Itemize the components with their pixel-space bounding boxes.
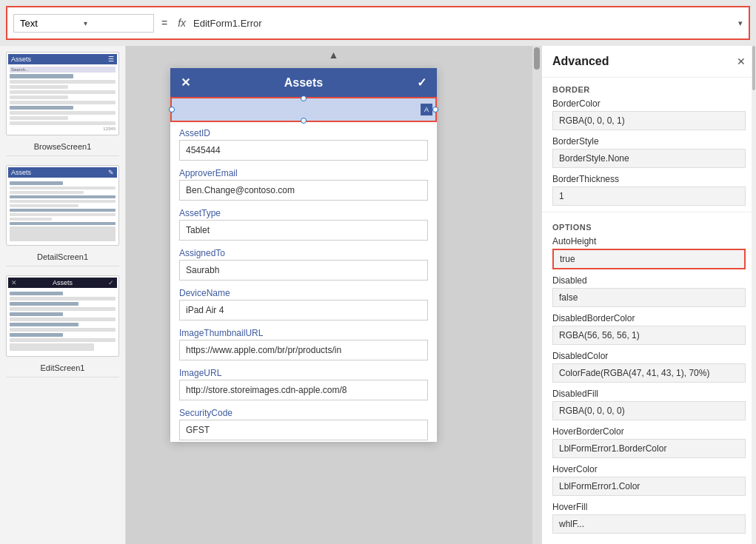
prop-label-borderstyle: BorderStyle xyxy=(552,136,746,147)
field-input-imagethumbnailurl[interactable] xyxy=(179,340,428,360)
field-imagethumbnailurl: ImageThumbnailURL xyxy=(179,322,428,360)
field-approveremail: ApproverEmail xyxy=(179,162,428,201)
prop-value-disabledcolor[interactable]: ColorFade(RGBA(47, 41, 43, 1), 70%) xyxy=(552,363,746,383)
detail-screen-thumbnail[interactable]: Assets ✎ xyxy=(6,165,119,246)
options-section-title: Options xyxy=(552,215,746,236)
prop-value-hoverfill[interactable]: whlF... xyxy=(552,514,746,534)
field-input-assettype[interactable] xyxy=(179,220,428,241)
prop-label-disabledfill: DisabledFill xyxy=(552,389,746,399)
main-area: ··· Assets ☰ Search... xyxy=(0,46,756,544)
left-sidebar: ··· Assets ☰ Search... xyxy=(0,46,126,544)
edit-form-selection-bar[interactable]: A xyxy=(170,97,437,122)
field-input-assetid[interactable] xyxy=(179,140,428,161)
prop-label-hoverbordercolor: HoverBorderColor xyxy=(552,426,746,437)
equals-sign: = xyxy=(158,17,170,29)
canvas-scroll-thumb[interactable] xyxy=(534,47,540,70)
prop-border-color: BorderColor RGBA(0, 0, 0, 1) xyxy=(552,98,746,130)
resize-handle-left[interactable] xyxy=(169,107,175,113)
field-label-imageurl: ImageURL xyxy=(179,362,428,380)
browse-screen-preview: ··· Assets ☰ Search... xyxy=(0,46,125,159)
border-section-title: Border xyxy=(552,78,746,98)
prop-value-bordercolor[interactable]: RGBA(0, 0, 0, 1) xyxy=(552,111,746,130)
border-section: Border BorderColor RGBA(0, 0, 0, 1) Bord… xyxy=(542,78,756,206)
edit-form-close-btn[interactable]: ✕ xyxy=(181,75,190,90)
prop-label-hoverfill: HoverFill xyxy=(552,502,746,512)
edit-thumb-close: ✕ xyxy=(11,279,17,286)
formula-input[interactable] xyxy=(193,18,734,29)
prop-disabledfill: DisabledFill RGBA(0, 0, 0, 0) xyxy=(552,389,746,420)
prop-label-disabled: Disabled xyxy=(552,275,746,286)
field-securitycode: SecurityCode xyxy=(179,402,428,440)
prop-value-borderstyle[interactable]: BorderStyle.None xyxy=(552,149,746,168)
prop-value-disabled[interactable]: false xyxy=(552,288,746,307)
detail-thumb-body xyxy=(8,178,117,244)
resize-handle-right[interactable] xyxy=(432,107,438,113)
edit-form: ✕ Assets ✓ A AssetID ApproverEmail xyxy=(170,68,437,442)
field-label-approveremail: ApproverEmail xyxy=(179,162,428,180)
anchor-badge: A xyxy=(421,104,432,115)
prop-disabledcolor: DisabledColor ColorFade(RGBA(47, 41, 43,… xyxy=(552,351,746,383)
detail-thumb-edit-icon: ✎ xyxy=(108,169,114,176)
edit-screen-preview: ··· ✕ Assets ✓ xyxy=(0,269,125,380)
prop-autoheight: AutoHeight true xyxy=(552,236,746,269)
field-input-securitycode[interactable] xyxy=(179,420,428,440)
prop-label-disabledbordercolor: DisabledBorderColor xyxy=(552,313,746,323)
resize-handle-bottom-center[interactable] xyxy=(301,118,307,124)
edit-form-header: ✕ Assets ✓ xyxy=(170,68,437,97)
field-input-approveremail[interactable] xyxy=(179,180,428,201)
property-dropdown[interactable]: Text ▾ xyxy=(13,14,154,33)
prop-value-hovercolor[interactable]: LblFormError1.Color xyxy=(552,477,746,496)
canvas-scrollbar[interactable] xyxy=(532,46,541,544)
field-assignedto: AssignedTo xyxy=(179,242,428,281)
prop-value-borderthickness[interactable]: 1 xyxy=(552,187,746,206)
prop-label-autoheight: AutoHeight xyxy=(552,236,746,246)
edit-screen-label: EditScreen1 xyxy=(6,361,119,377)
formula-right-chevron-icon: ▾ xyxy=(738,19,743,28)
edit-thumb-body xyxy=(8,288,117,355)
dropdown-chevron-icon: ▾ xyxy=(84,19,147,27)
prop-border-thickness: BorderThickness 1 xyxy=(552,174,746,206)
right-panel-scroll-thumb[interactable] xyxy=(752,46,755,90)
canvas-area[interactable]: ▲ ✕ Assets ✓ A AssetID xyxy=(126,46,541,544)
right-panel-close-btn[interactable]: ✕ xyxy=(737,56,746,67)
prop-value-disabledbordercolor[interactable]: RGBA(56, 56, 56, 1) xyxy=(552,326,746,345)
panel-divider xyxy=(542,212,756,212)
detail-thumb-title: Assets xyxy=(11,169,31,176)
edit-thumb-title: Assets xyxy=(53,279,73,286)
resize-handle-top-center[interactable] xyxy=(301,95,307,101)
browse-screen-label: BrowseScreen1 xyxy=(6,140,119,156)
edit-form-check-btn[interactable]: ✓ xyxy=(417,75,426,90)
canvas-scroll-up[interactable]: ▲ xyxy=(329,49,339,61)
field-devicename: DeviceName xyxy=(179,282,428,320)
right-panel-header: Advanced ✕ xyxy=(542,46,756,78)
prop-label-disabledcolor: DisabledColor xyxy=(552,351,746,361)
property-dropdown-value: Text xyxy=(20,18,84,29)
prop-label-bordercolor: BorderColor xyxy=(552,98,746,109)
field-input-imageurl[interactable] xyxy=(179,380,428,400)
field-label-assignedto: AssignedTo xyxy=(179,242,428,260)
edit-form-title: Assets xyxy=(284,76,323,90)
browse-screen-thumbnail[interactable]: Assets ☰ Search... xyxy=(6,52,119,135)
browse-thumb-title: Assets xyxy=(11,56,31,63)
field-input-assignedto[interactable] xyxy=(179,260,428,281)
fx-label: fx xyxy=(175,17,189,29)
field-label-securitycode: SecurityCode xyxy=(179,402,428,420)
prop-label-hovercolor: HoverColor xyxy=(552,464,746,474)
edit-screen-thumbnail[interactable]: ✕ Assets ✓ xyxy=(6,275,119,357)
right-panel-title: Advanced xyxy=(552,55,609,68)
formula-bar: Text ▾ = fx ▾ xyxy=(6,6,750,40)
options-section: Options AutoHeight true Disabled false D… xyxy=(542,215,756,534)
prop-disabledbordercolor: DisabledBorderColor RGBA(56, 56, 56, 1) xyxy=(552,313,746,345)
right-panel-scrollbar[interactable] xyxy=(752,46,756,544)
edit-thumb-check: ✓ xyxy=(108,279,114,286)
prop-border-style: BorderStyle BorderStyle.None xyxy=(552,136,746,168)
prop-label-borderthickness: BorderThickness xyxy=(552,174,746,184)
browse-thumb-icon: ☰ xyxy=(108,56,114,63)
form-fields: AssetID ApproverEmail AssetType Assigned… xyxy=(170,122,437,442)
field-input-devicename[interactable] xyxy=(179,300,428,320)
prop-value-hoverbordercolor[interactable]: LblFormError1.BorderColor xyxy=(552,439,746,458)
field-assettype: AssetType xyxy=(179,202,428,241)
prop-value-disabledfill[interactable]: RGBA(0, 0, 0, 0) xyxy=(552,401,746,420)
field-label-assettype: AssetType xyxy=(179,202,428,220)
prop-value-autoheight[interactable]: true xyxy=(552,249,746,269)
